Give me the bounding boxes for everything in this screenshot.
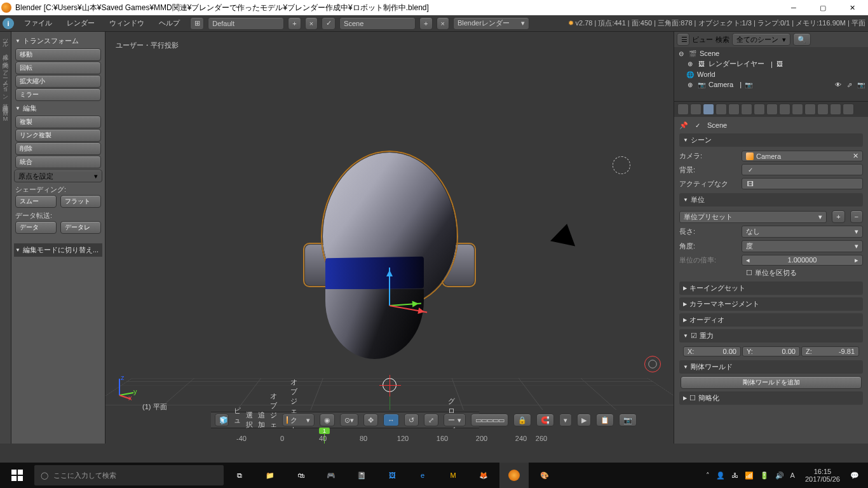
scene-remove[interactable]: × xyxy=(437,17,449,30)
taskbar-search[interactable]: ◯ここに入力して検索 xyxy=(34,465,224,485)
task-view-icon[interactable]: ⧉ xyxy=(225,463,254,488)
lamp-object[interactable] xyxy=(613,156,630,174)
gravity-z[interactable]: Z:-9.81 xyxy=(801,346,859,356)
editor-type-icon[interactable]: 🧊 xyxy=(215,414,229,426)
btn-rotate[interactable]: 回転 xyxy=(15,62,101,74)
orientation-dropdown[interactable]: グローバル▾ xyxy=(444,414,466,426)
outliner-type-icon[interactable]: ☰ xyxy=(677,33,689,46)
start-button[interactable] xyxy=(3,463,32,488)
lock-icon[interactable]: 🔒 xyxy=(513,414,531,426)
unit-angle[interactable]: 度▾ xyxy=(742,240,863,252)
preset-remove[interactable]: − xyxy=(850,210,863,223)
outliner-filter[interactable]: 全てのシーン▾ xyxy=(732,33,790,46)
hdr-add[interactable]: 追加 xyxy=(258,410,265,430)
snap-icon[interactable]: 🧲 xyxy=(536,414,554,426)
app-paint-icon[interactable]: 🎨 xyxy=(530,463,559,488)
section-gravity[interactable]: ☑重力 xyxy=(679,329,863,342)
panel-edit[interactable]: 編集 xyxy=(14,102,102,115)
panel-operator[interactable]: 編集モードに切り替え... xyxy=(14,243,102,257)
btn-smooth[interactable]: スムー xyxy=(15,195,57,208)
btn-translate[interactable]: 移動 xyxy=(15,48,101,61)
snap-type[interactable]: ▾ xyxy=(559,414,572,426)
menu-render[interactable]: レンダー xyxy=(60,19,101,27)
app-explorer-icon[interactable]: 📁 xyxy=(255,463,285,488)
layout-dropdown[interactable]: Default xyxy=(208,17,284,30)
manip-toggle[interactable]: ✥ xyxy=(363,414,378,426)
section-audio[interactable]: オーディオ xyxy=(679,313,863,327)
btn-data[interactable]: データ xyxy=(15,221,57,234)
section-colormgmt[interactable]: カラーマネージメント xyxy=(679,297,863,311)
app-onenote-icon[interactable]: 📓 xyxy=(347,463,376,488)
app-firefox-icon[interactable]: 🦊 xyxy=(469,463,498,488)
gpencil-icon[interactable]: 📋 xyxy=(596,414,614,426)
manip-scale-icon[interactable]: ⤢ xyxy=(424,414,438,426)
menu-file[interactable]: ファイル xyxy=(18,19,58,27)
close-button[interactable]: ✕ xyxy=(837,0,867,15)
menu-help[interactable]: ヘルプ xyxy=(153,19,186,27)
app-xbox-icon[interactable]: 🎮 xyxy=(316,463,346,488)
timeline-ruler[interactable]: -400 4080 120160 200240 260 xyxy=(211,428,479,444)
unit-length[interactable]: なし▾ xyxy=(742,226,863,238)
cortana-icon: ◯ xyxy=(41,471,48,480)
section-scene[interactable]: シーン xyxy=(679,133,863,147)
system-tray[interactable]: ˄👤 🖧📶 🔋🔊 A 16:152017/05/26 💬 xyxy=(700,468,865,483)
preset-add[interactable]: + xyxy=(832,210,844,223)
btn-flat[interactable]: フラット xyxy=(60,195,102,208)
app-blender-icon[interactable] xyxy=(499,463,529,488)
taskbar-clock[interactable]: 16:152017/05/26 xyxy=(801,468,844,483)
scene-dropdown[interactable]: Scene xyxy=(339,17,416,30)
btn-delete[interactable]: 削除 xyxy=(15,142,101,155)
outliner-search-icon[interactable]: 🔍 xyxy=(793,33,811,46)
camera-icon[interactable]: 📷 xyxy=(619,414,637,426)
render-engine-dropdown[interactable]: Blenderレンダー▾ xyxy=(453,17,529,30)
outliner-tree[interactable]: ⊖🎬Scene ⊕🖼レンダーレイヤー|🖼 🌐World ⊕📷Camera|📷👁⬀… xyxy=(674,47,868,91)
unit-preset-dropdown[interactable]: 単位プリセット▾ xyxy=(679,211,827,223)
app-mail-icon[interactable]: M xyxy=(438,463,468,488)
scene-active-field[interactable]: 🎞 xyxy=(742,178,863,189)
gravity-y[interactable]: Y:0.00 xyxy=(742,346,800,356)
scene-bg-field[interactable]: ✓ xyxy=(742,164,863,175)
layout-remove[interactable]: × xyxy=(305,17,318,30)
maximize-button[interactable]: ▢ xyxy=(808,0,837,15)
origin-dropdown[interactable]: 原点を設定▾ xyxy=(14,170,102,182)
app-photos-icon[interactable]: 🖼 xyxy=(377,463,407,488)
btn-join[interactable]: 統合 xyxy=(15,156,101,168)
info-icon[interactable]: i xyxy=(3,18,14,29)
minimize-button[interactable]: ─ xyxy=(779,0,808,15)
menu-window[interactable]: ウィンドウ xyxy=(103,19,151,27)
render-preview-icon[interactable]: ▶ xyxy=(577,414,591,426)
btn-linkdup[interactable]: リンク複製 xyxy=(15,129,101,142)
hdr-select[interactable]: 選択 xyxy=(246,410,253,430)
layers-grid[interactable]: ▭▭▭▭▭ xyxy=(471,414,508,426)
mode-dropdown[interactable]: オブジェクトモード▾ xyxy=(282,414,315,426)
layout-icon[interactable]: ⊞ xyxy=(190,17,204,30)
section-rigidbody[interactable]: 剛体ワールド xyxy=(679,360,863,374)
camera-object[interactable] xyxy=(553,211,581,239)
scene-icon[interactable]: ✓ xyxy=(322,17,336,30)
section-simplify[interactable]: ☐簡略化 xyxy=(679,391,863,405)
btn-datalayout[interactable]: データレ xyxy=(60,221,102,234)
manip-translate-icon[interactable]: ↔ xyxy=(383,414,399,426)
3d-viewport[interactable]: ユーザー・平行投影 z y x xyxy=(105,32,674,444)
btn-scale[interactable]: 拡大縮小 xyxy=(15,75,101,88)
property-tabs[interactable] xyxy=(674,102,868,117)
btn-mirror[interactable]: ミラー xyxy=(15,88,101,101)
manip-rotate-icon[interactable]: ↺ xyxy=(404,414,419,426)
app-edge-icon[interactable]: e xyxy=(408,463,437,488)
unit-scale[interactable]: ◂1.000000▸ xyxy=(742,255,863,266)
panel-transform[interactable]: トランスフォーム xyxy=(14,34,102,48)
section-keying[interactable]: キーイングセット xyxy=(679,281,863,295)
app-store-icon[interactable]: 🛍 xyxy=(286,463,315,488)
axis-z-icon[interactable] xyxy=(389,268,390,306)
outliner-view[interactable]: ビュー xyxy=(692,35,713,44)
layout-add[interactable]: + xyxy=(288,17,301,30)
btn-duplicate[interactable]: 複製 xyxy=(15,116,101,128)
gravity-x[interactable]: X:0.00 xyxy=(683,346,741,356)
tool-tabs[interactable]: ツール作成関係アニメーション物理演算MM xyxy=(0,32,11,444)
btn-add-rigidbody[interactable]: 剛体ワールドを追加 xyxy=(681,376,862,389)
scene-camera-field[interactable]: Camera✕ xyxy=(742,151,863,161)
shading-solid-icon[interactable]: ◉ xyxy=(320,414,335,426)
section-units[interactable]: 単位 xyxy=(679,193,863,207)
scene-add[interactable]: + xyxy=(419,17,432,30)
pivot-dropdown[interactable]: ⊙▾ xyxy=(340,414,358,426)
